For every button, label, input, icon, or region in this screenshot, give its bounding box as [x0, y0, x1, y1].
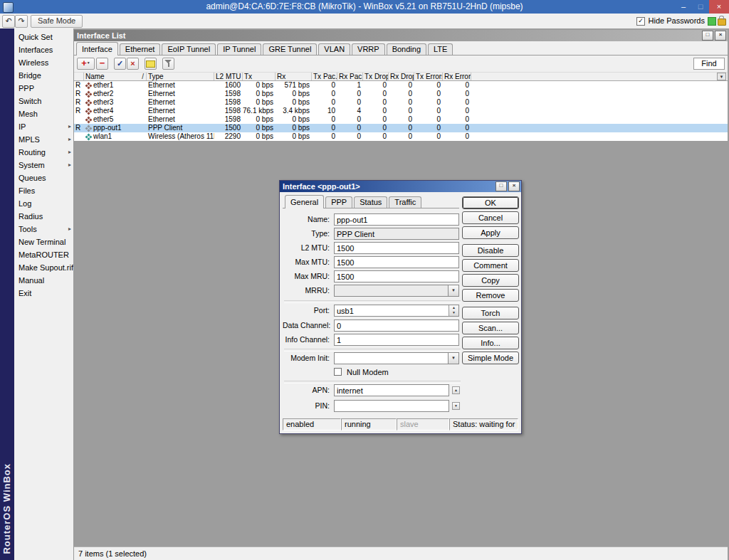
column-rx[interactable]: Rx [276, 73, 312, 80]
apply-button[interactable]: Apply [462, 226, 519, 239]
tab-interface[interactable]: Interface [76, 42, 118, 56]
sidebar-item-metarouter[interactable]: MetaROUTER [14, 248, 73, 261]
mrru-dropdown-button[interactable]: ▼ [449, 285, 459, 297]
max-mtu-input[interactable] [334, 256, 459, 268]
table-row[interactable]: wlan1 Wireless (Atheros 11N) 2290 0 bps … [74, 132, 728, 141]
table-row[interactable]: R ether3 Ethernet 1598 0 bps 0 bps 0 0 0… [74, 98, 728, 107]
column-tx-packet[interactable]: Tx Pac... [312, 73, 337, 80]
dialog-restore-button[interactable]: □ [495, 181, 507, 191]
column-tx-drops[interactable]: Tx Drops [363, 73, 389, 80]
table-row[interactable]: R ether1 Ethernet 1600 0 bps 571 bps 0 1… [74, 81, 728, 90]
close-button[interactable]: × [709, 0, 729, 14]
ok-button[interactable]: OK [462, 196, 519, 209]
sidebar-item-radius[interactable]: Radius [14, 210, 73, 223]
tab-ip-tunnel[interactable]: IP Tunnel [217, 43, 261, 55]
sidebar-item-exit[interactable]: Exit [14, 287, 73, 300]
sidebar-item-files[interactable]: Files [14, 184, 73, 197]
enable-button[interactable]: ✓ [114, 58, 126, 70]
column-rx-drops[interactable]: Rx Drops [389, 73, 414, 80]
sidebar-item-make-supout[interactable]: Make Supout.rif [14, 261, 73, 274]
modem-init-dropdown-button[interactable]: ▼ [449, 352, 459, 364]
sidebar-item-log[interactable]: Log [14, 197, 73, 210]
sidebar-item-ip[interactable]: IP▸ [14, 120, 73, 133]
tab-ethernet[interactable]: Ethernet [120, 43, 161, 55]
max-mru-input[interactable] [334, 270, 459, 282]
sidebar-item-ppp[interactable]: PPP [14, 82, 73, 95]
comment-button[interactable] [145, 58, 157, 70]
sidebar-item-queues[interactable]: Queues [14, 171, 73, 184]
hide-passwords-checkbox[interactable]: ✓ [636, 17, 645, 26]
column-rx-packet[interactable]: Rx Pac... [337, 73, 363, 80]
torch-button[interactable]: Torch [462, 307, 519, 319]
table-row[interactable]: ether5 Ethernet 1598 0 bps 0 bps 0 0 0 0… [74, 115, 728, 124]
column-name[interactable]: Name/ [84, 73, 147, 80]
disable-button[interactable]: Disable [462, 244, 519, 257]
sidebar-item-system[interactable]: System▸ [14, 159, 73, 171]
sidebar-item-interfaces[interactable]: Interfaces [14, 43, 73, 56]
window-restore-button[interactable]: □ [702, 31, 713, 41]
apn-input[interactable] [334, 384, 449, 396]
column-l2mtu[interactable]: L2 MTU [214, 73, 243, 80]
tab-lte[interactable]: LTE [428, 43, 453, 55]
column-flags[interactable] [74, 73, 84, 80]
modem-init-input[interactable] [334, 352, 449, 364]
safe-mode-button[interactable]: Safe Mode [31, 15, 83, 28]
table-row[interactable]: R ether4 Ethernet 1598 76.1 kbps 3.4 kbp… [74, 107, 728, 115]
port-input[interactable] [334, 305, 459, 317]
info-channel-input[interactable] [334, 334, 459, 346]
remove-button[interactable]: Remove [462, 289, 519, 302]
add-button[interactable]: +▼ [77, 58, 95, 70]
sidebar-item-switch[interactable]: Switch [14, 95, 73, 107]
cancel-button[interactable]: Cancel [462, 211, 519, 224]
scroll-down-button[interactable]: ▼ [452, 402, 460, 410]
comment-button[interactable]: Comment [462, 259, 519, 272]
window-close-button[interactable]: × [715, 31, 726, 41]
remove-button[interactable]: − [96, 58, 108, 70]
interface-list-titlebar[interactable]: Interface List □ × [74, 30, 728, 41]
tab-vlan[interactable]: VLAN [318, 43, 350, 55]
tab-eoip-tunnel[interactable]: EoIP Tunnel [162, 43, 216, 55]
app-titlebar[interactable]: admin@D4:CA:6D:7E:F8:CB (MikroTik) - Win… [0, 0, 729, 14]
tab-bonding[interactable]: Bonding [387, 43, 426, 55]
column-tx[interactable]: Tx [243, 73, 276, 80]
filter-button[interactable] [162, 58, 174, 70]
column-select-button[interactable]: ▼ [717, 73, 726, 80]
table-row[interactable]: R ether2 Ethernet 1598 0 bps 0 bps 0 0 0… [74, 90, 728, 98]
scroll-up-button[interactable]: ▲ [452, 386, 460, 394]
tab-general[interactable]: General [285, 195, 324, 208]
simple-mode-button[interactable]: Simple Mode [462, 352, 519, 364]
redo-button[interactable]: ↷ [15, 15, 28, 28]
scan-button[interactable]: Scan... [462, 322, 519, 334]
max-mtu-label: Max MTU: [283, 258, 330, 266]
copy-button[interactable]: Copy [462, 274, 519, 287]
sidebar-item-new-terminal[interactable]: New Terminal [14, 236, 73, 248]
find-button[interactable]: Find [693, 58, 725, 70]
tab-gre-tunnel[interactable]: GRE Tunnel [263, 43, 317, 55]
null-modem-checkbox[interactable] [334, 368, 342, 376]
tab-vrrp[interactable]: VRRP [352, 43, 385, 55]
name-input[interactable] [334, 213, 459, 226]
sidebar-item-mpls[interactable]: MPLS▸ [14, 133, 73, 146]
dialog-close-button[interactable]: × [508, 181, 520, 191]
port-spinner[interactable]: ▲ ▼ [449, 305, 458, 316]
maximize-button[interactable]: □ [692, 0, 709, 14]
minimize-button[interactable]: – [675, 0, 692, 14]
sidebar-item-routing[interactable]: Routing▸ [14, 146, 73, 159]
sidebar-item-mesh[interactable]: Mesh [14, 107, 73, 120]
column-type[interactable]: Type [147, 73, 214, 80]
sidebar-item-quick-set[interactable]: Quick Set [14, 31, 73, 43]
table-row-selected[interactable]: R ppp-out1 PPP Client 1500 0 bps 0 bps 0… [74, 124, 728, 132]
sidebar-item-manual[interactable]: Manual [14, 274, 73, 287]
sidebar-item-tools[interactable]: Tools▸ [14, 223, 73, 236]
column-tx-errors[interactable]: Tx Errors [414, 73, 443, 80]
undo-button[interactable]: ↶ [2, 15, 15, 28]
l2-mtu-input[interactable] [334, 242, 459, 254]
sidebar-item-label: Wireless [19, 58, 48, 67]
pin-input[interactable] [334, 400, 449, 412]
data-channel-input[interactable] [334, 319, 459, 332]
disable-button[interactable]: × [127, 58, 139, 70]
sidebar-item-bridge[interactable]: Bridge [14, 69, 73, 82]
column-rx-errors[interactable]: Rx Errors [443, 73, 471, 80]
sidebar-item-wireless[interactable]: Wireless [14, 56, 73, 69]
info-button[interactable]: Info... [462, 337, 519, 349]
